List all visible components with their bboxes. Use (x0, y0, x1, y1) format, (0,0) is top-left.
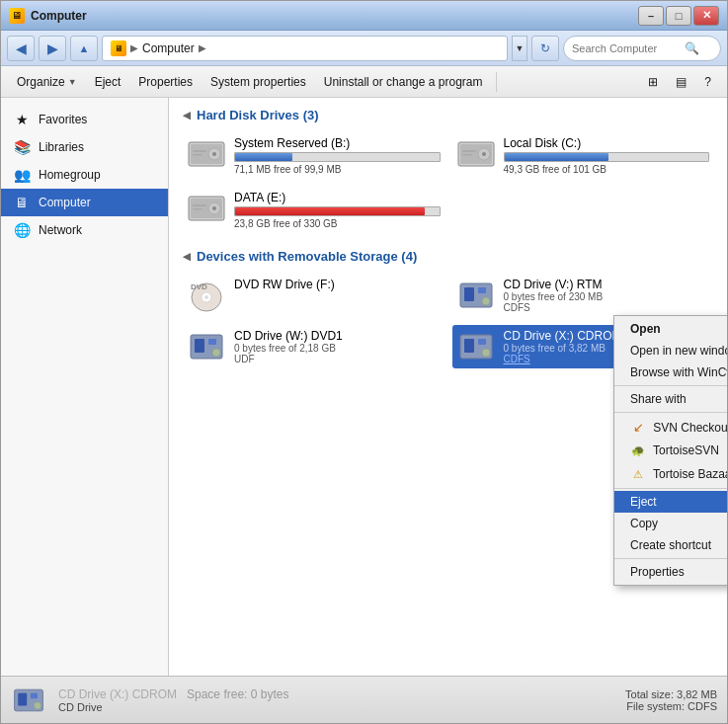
ctx-eject[interactable]: Eject (614, 491, 727, 513)
close-button[interactable]: ✕ (693, 6, 719, 26)
view-details-button[interactable]: ▤ (668, 69, 694, 95)
sidebar-item-network[interactable]: 🌐 Network (1, 216, 168, 244)
drive-free-system-reserved: 71,1 MB free of 99,9 MB (234, 164, 441, 175)
ctx-create-shortcut[interactable]: Create shortcut (614, 534, 727, 556)
uninstall-button[interactable]: Uninstall or change a program (316, 69, 491, 95)
up-button[interactable]: ▲ (70, 36, 98, 61)
organize-button[interactable]: Organize ▼ (9, 69, 85, 95)
svn-icon: ↙ (630, 419, 646, 435)
removable-item-cd-v[interactable]: CD Drive (V:) RTM 0 bytes free of 230 MB… (452, 274, 714, 317)
context-menu: Open Open in new window Browse with WinC… (613, 315, 727, 586)
title-bar-left: 🖥 Computer (9, 8, 87, 24)
removable-section-title: Devices with Removable Storage (4) (197, 249, 417, 264)
homegroup-icon: 👥 (13, 166, 31, 184)
svg-point-37 (34, 701, 40, 708)
ctx-properties[interactable]: Properties (614, 561, 727, 583)
ctx-sep-3 (614, 488, 727, 489)
ctx-share-with[interactable]: Share with ▶ (614, 388, 727, 410)
removable-section-arrow: ◀ (183, 251, 191, 262)
sidebar-item-computer[interactable]: 🖥 Computer (1, 189, 168, 216)
search-icon[interactable]: 🔍 (685, 41, 699, 55)
forward-button[interactable]: ▶ (39, 36, 66, 61)
removable-info-f: DVD RW Drive (F:) (234, 278, 441, 291)
svg-text:DVD: DVD (191, 282, 207, 291)
back-button[interactable]: ◀ (7, 36, 35, 61)
ctx-svn-checkout[interactable]: ↙ SVN Checkout... (614, 415, 727, 439)
status-space-free: Space free: 0 bytes (187, 687, 288, 701)
removable-name-w: CD Drive (W:) DVD1 (234, 329, 441, 343)
drive-bar-container-local-c (504, 152, 710, 162)
ctx-open[interactable]: Open (614, 318, 727, 340)
help-button[interactable]: ? (696, 69, 719, 95)
sidebar-item-libraries[interactable]: 📚 Libraries (1, 133, 168, 161)
cd-icon-x (456, 329, 496, 364)
drive-bar-local-c (505, 153, 608, 161)
libraries-icon: 📚 (13, 138, 31, 156)
svg-rect-11 (462, 154, 472, 156)
svg-rect-31 (464, 339, 474, 353)
toolbar-right: ⊞ ▤ ? (640, 69, 719, 95)
ctx-copy[interactable]: Copy (614, 513, 727, 534)
removable-name-f: DVD RW Drive (F:) (234, 278, 441, 291)
removable-sub2-v: CDFS (504, 302, 710, 313)
address-dropdown[interactable]: ▼ (512, 36, 527, 61)
cd-icon-v (456, 278, 496, 313)
svg-rect-23 (464, 287, 474, 301)
removable-sub1-w: 0 bytes free of 2,18 GB (234, 343, 441, 354)
minimize-button[interactable]: – (638, 6, 664, 26)
refresh-button[interactable]: ↻ (531, 36, 559, 61)
drive-free-local-c: 49,3 GB free of 101 GB (504, 164, 710, 175)
drive-free-data-e: 23,8 GB free of 330 GB (234, 218, 441, 229)
search-box: 🔍 (563, 36, 721, 61)
svg-rect-5 (193, 154, 202, 156)
address-bar: ◀ ▶ ▲ 🖥 ▶ Computer ▶ ▼ ↻ 🔍 (1, 31, 727, 66)
drive-name-data-e: DATA (E:) (234, 191, 441, 204)
drive-bar-container-system-reserved (234, 152, 441, 162)
address-path[interactable]: 🖥 ▶ Computer ▶ (102, 36, 508, 61)
removable-name-v: CD Drive (V:) RTM (504, 278, 710, 291)
svg-point-3 (212, 152, 216, 156)
svg-rect-24 (478, 287, 486, 293)
path-icon: 🖥 (111, 40, 126, 56)
drive-item-data-e[interactable]: DATA (E:) 23,8 GB free of 330 GB (183, 187, 445, 233)
drive-bar-data-e (235, 207, 425, 215)
drive-info-data-e: DATA (E:) 23,8 GB free of 330 GB (234, 191, 441, 229)
svg-rect-10 (462, 150, 476, 152)
sidebar-label-libraries: Libraries (39, 140, 84, 154)
eject-button[interactable]: Eject (87, 69, 129, 95)
hdd-icon-data-e (187, 191, 226, 226)
svg-rect-28 (208, 339, 216, 345)
network-icon: 🌐 (13, 221, 31, 239)
maximize-button[interactable]: □ (666, 6, 691, 26)
svg-point-20 (204, 295, 208, 299)
properties-button[interactable]: Properties (130, 69, 201, 95)
drives-grid: System Reserved (B:) 71,1 MB free of 99,… (183, 132, 713, 233)
view-options-button[interactable]: ⊞ (640, 69, 666, 95)
ctx-tortoise-svn[interactable]: 🐢 TortoiseSVN ▶ (614, 439, 727, 462)
drive-item-system-reserved[interactable]: System Reserved (B:) 71,1 MB free of 99,… (183, 132, 445, 179)
search-input[interactable] (572, 42, 681, 54)
tbaz-icon: ⚠ (630, 466, 646, 482)
status-filesystem: File system: CDFS (625, 700, 717, 712)
removable-item-cd-w[interactable]: CD Drive (W:) DVD1 0 bytes free of 2,18 … (183, 325, 445, 368)
drive-name-local-c: Local Disk (C:) (504, 136, 710, 150)
ctx-tortoise-bazaar[interactable]: ⚠ Tortoise Bazaar ▶ (614, 462, 727, 486)
removable-item-dvd-f[interactable]: DVD DVD RW Drive (F:) (183, 274, 445, 317)
system-properties-button[interactable]: System properties (202, 69, 314, 95)
sidebar-label-homegroup: Homegroup (39, 168, 101, 182)
sidebar-item-favorites[interactable]: ★ Favorites (1, 106, 168, 133)
svg-point-9 (482, 152, 486, 156)
ctx-browse-wincvs[interactable]: Browse with WinCvs (614, 362, 727, 383)
removable-info-w: CD Drive (W:) DVD1 0 bytes free of 2,18 … (234, 329, 441, 364)
sidebar-item-homegroup[interactable]: 👥 Homegroup (1, 161, 168, 189)
svg-point-25 (482, 297, 490, 305)
svg-point-33 (482, 349, 490, 357)
svg-rect-36 (31, 692, 38, 697)
ctx-open-new-window[interactable]: Open in new window (614, 340, 727, 362)
cd-icon-w (187, 329, 226, 364)
removable-sub1-v: 0 bytes free of 230 MB (504, 291, 710, 302)
sidebar: ★ Favorites 📚 Libraries 👥 Homegroup 🖥 Co… (1, 98, 169, 676)
drive-info-local-c: Local Disk (C:) 49,3 GB free of 101 GB (504, 136, 710, 175)
drive-item-local-c[interactable]: Local Disk (C:) 49,3 GB free of 101 GB (452, 132, 714, 179)
hdd-section-arrow: ◀ (183, 110, 191, 121)
